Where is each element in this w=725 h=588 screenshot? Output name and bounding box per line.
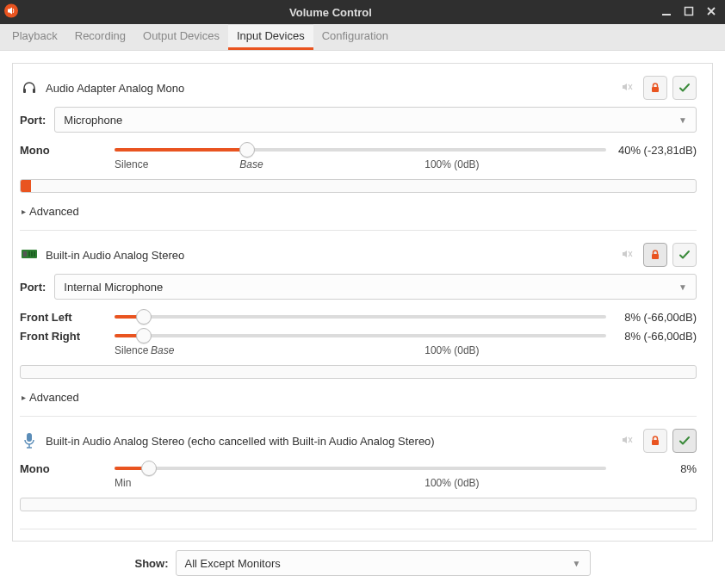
device-2: Built-in Audio Analog Stereo (echo cance…	[20, 417, 697, 529]
show-label: Show:	[135, 557, 169, 570]
mute-icon	[616, 243, 638, 265]
scale-silence: Silence	[115, 344, 148, 356]
scale-silence: Silence	[115, 158, 148, 170]
chevron-down-icon: ▼	[679, 282, 687, 292]
device-1: Built-in Audio Analog StereoPort:Interna…	[20, 231, 697, 417]
svg-rect-9	[31, 251, 33, 257]
mute-icon	[616, 429, 638, 451]
advanced-label: Advanced	[29, 391, 79, 404]
volume-slider[interactable]	[115, 308, 606, 325]
chevron-right-icon: ▸	[22, 393, 26, 402]
advanced-label: Advanced	[29, 205, 79, 218]
port-select[interactable]: Microphone▼	[54, 107, 697, 133]
app-icon-volume	[3, 3, 19, 22]
channel-value: 8%	[606, 462, 697, 475]
port-label: Port:	[20, 281, 46, 294]
svg-rect-1	[662, 14, 671, 15]
tab-bar: PlaybackRecordingOutput DevicesInput Dev…	[0, 24, 725, 51]
scale-base: Base	[239, 158, 263, 170]
input-level-meter	[20, 365, 697, 379]
svg-rect-12	[27, 433, 32, 442]
lock-button[interactable]	[643, 429, 667, 453]
device-name: Built-in Audio Analog Stereo	[46, 249, 609, 262]
tab-playback[interactable]: Playback	[3, 24, 66, 50]
svg-rect-7	[23, 251, 27, 257]
lock-button[interactable]	[643, 243, 667, 267]
tab-recording[interactable]: Recording	[66, 24, 134, 50]
port-value: Microphone	[64, 114, 122, 127]
channel-label: Mono	[20, 462, 115, 475]
scale-full: 100% (0dB)	[424, 344, 479, 356]
chevron-down-icon: ▼	[679, 115, 687, 125]
volume-slider[interactable]	[115, 141, 606, 158]
fallback-button[interactable]	[672, 429, 697, 453]
mute-icon	[616, 76, 638, 98]
show-select-value: All Except Monitors	[185, 557, 281, 570]
device-name: Built-in Audio Analog Stereo (echo cance…	[46, 435, 609, 448]
scale-full: 100% (0dB)	[424, 158, 479, 170]
tab-output-devices[interactable]: Output Devices	[134, 24, 228, 50]
svg-rect-11	[652, 254, 659, 259]
mic-icon	[20, 432, 39, 449]
volume-slider[interactable]	[115, 460, 606, 477]
headphones-icon	[20, 79, 39, 96]
svg-rect-5	[652, 87, 659, 92]
channel-label: Mono	[20, 144, 115, 157]
channel-label: Front Left	[20, 311, 115, 324]
scale-min: Min	[115, 477, 131, 489]
chevron-down-icon: ▼	[573, 559, 581, 568]
input-level-meter	[20, 179, 697, 193]
input-level-meter	[20, 498, 697, 511]
scale-base: Base	[151, 344, 174, 356]
window-title: Volume Control	[0, 6, 661, 19]
advanced-expander[interactable]: ▸Advanced	[20, 198, 697, 230]
show-select[interactable]: All Except Monitors ▼	[176, 550, 591, 576]
device-scroll-area[interactable]: Audio Adapter Analog MonoPort:Microphone…	[13, 64, 712, 541]
svg-rect-4	[33, 89, 35, 93]
svg-rect-3	[23, 89, 26, 93]
svg-rect-8	[28, 251, 30, 257]
close-button[interactable]	[706, 6, 716, 19]
tab-input-devices[interactable]: Input Devices	[228, 24, 313, 50]
port-label: Port:	[20, 114, 46, 127]
lock-button[interactable]	[643, 76, 667, 100]
channel-value: 40% (-23,81dB)	[606, 144, 697, 157]
advanced-expander[interactable]: ▸Advanced	[20, 384, 697, 416]
port-value: Internal Microphone	[64, 281, 163, 294]
svg-rect-2	[685, 7, 693, 15]
titlebar: Volume Control	[0, 0, 725, 24]
svg-rect-10	[34, 251, 35, 257]
tab-configuration[interactable]: Configuration	[313, 24, 397, 50]
fallback-button[interactable]	[672, 243, 697, 267]
minimize-button[interactable]	[661, 6, 672, 19]
device-name: Audio Adapter Analog Mono	[46, 82, 609, 95]
svg-rect-15	[652, 440, 659, 445]
chevron-right-icon: ▸	[22, 207, 26, 216]
maximize-button[interactable]	[684, 6, 694, 19]
fallback-button[interactable]	[672, 76, 697, 100]
channel-value: 8% (-66,00dB)	[606, 311, 697, 324]
channel-value: 8% (-66,00dB)	[606, 330, 697, 343]
scale-full: 100% (0dB)	[424, 477, 479, 489]
channel-label: Front Right	[20, 330, 115, 343]
device-0: Audio Adapter Analog MonoPort:Microphone…	[20, 64, 697, 231]
card-icon	[20, 249, 39, 261]
volume-slider[interactable]	[115, 327, 606, 344]
port-select[interactable]: Internal Microphone▼	[54, 274, 697, 300]
